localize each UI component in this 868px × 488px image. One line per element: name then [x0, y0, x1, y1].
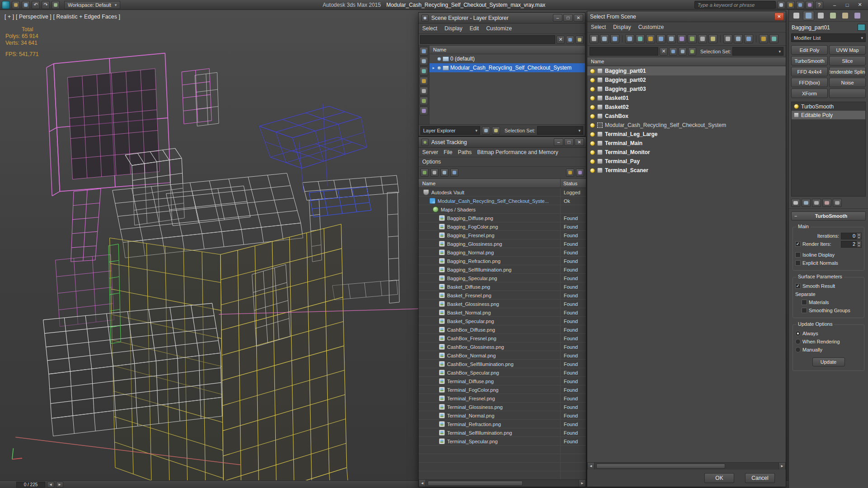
- object-row[interactable]: Bagging_part03: [587, 84, 786, 94]
- menu-item[interactable]: Display: [444, 25, 462, 32]
- filter-helpers-icon[interactable]: [667, 34, 676, 43]
- maximize-button[interactable]: □: [563, 14, 573, 22]
- light-bulb-icon[interactable]: [590, 168, 595, 173]
- asset-row[interactable]: Bagging_SelfIllumination.png Found: [419, 265, 586, 274]
- scroll-left-button[interactable]: ◄: [419, 480, 426, 487]
- always-radio[interactable]: [795, 331, 801, 336]
- turbosmooth-rollout-header[interactable]: − TurboSmooth: [791, 211, 866, 221]
- asset-row[interactable]: Autodesk Vault Logged: [419, 188, 586, 197]
- asset-row[interactable]: Bagging_FogColor.png Found: [419, 222, 586, 231]
- sign-in-icon[interactable]: [787, 1, 795, 9]
- tab-hierarchy-icon[interactable]: [815, 11, 826, 20]
- minimize-button[interactable]: –: [554, 138, 563, 146]
- close-button[interactable]: ✕: [575, 138, 584, 146]
- menu-item[interactable]: Select: [422, 25, 437, 32]
- status-column-header[interactable]: Status: [561, 179, 586, 188]
- asset-thumbnail-view-icon[interactable]: [440, 169, 448, 177]
- find-input[interactable]: [420, 35, 555, 44]
- highlight-layer-icon[interactable]: [492, 127, 500, 135]
- tab-create-icon[interactable]: [791, 11, 802, 20]
- asset-table-view-icon[interactable]: [450, 169, 458, 177]
- light-bulb-icon[interactable]: [590, 78, 595, 83]
- redo-icon[interactable]: ↷: [42, 1, 50, 9]
- open-file-icon[interactable]: [12, 1, 20, 9]
- maximize-button[interactable]: □: [564, 138, 574, 146]
- scroll-right-button[interactable]: ►: [778, 463, 786, 469]
- asset-options-icon[interactable]: [576, 169, 584, 177]
- asset-row[interactable]: CashBox_SelfIllumination.png Found: [419, 360, 586, 368]
- custom-filter-icon[interactable]: [769, 34, 778, 43]
- modifier-set-button[interactable]: [829, 89, 866, 98]
- help-icon[interactable]: ?: [815, 1, 823, 9]
- horizontal-scrollbar[interactable]: ◄ ►: [419, 479, 586, 487]
- modifier-set-button[interactable]: FFD 4x4x4: [791, 67, 828, 76]
- manually-radio[interactable]: [795, 347, 801, 352]
- object-row[interactable]: Modular_Cash_Recycling_Self_Checkout_Sys…: [587, 121, 786, 130]
- horizontal-scrollbar[interactable]: ◄ ►: [587, 462, 786, 469]
- object-row[interactable]: Bagging_part02: [587, 75, 786, 84]
- previous-frame-button[interactable]: ◄: [47, 482, 54, 488]
- modifier-stack-row[interactable]: TurboSmooth: [792, 102, 865, 111]
- tab-utilities-icon[interactable]: [852, 11, 863, 20]
- layer-row[interactable]: 0 (default): [429, 54, 585, 63]
- light-bulb-icon[interactable]: [590, 69, 595, 74]
- display-all-icon[interactable]: [600, 34, 609, 43]
- configure-modifier-sets-icon[interactable]: [833, 199, 842, 207]
- clear-search-button[interactable]: ✕: [660, 47, 668, 56]
- modifier-set-button[interactable]: Slice: [829, 56, 866, 66]
- refresh-bitmaps-icon[interactable]: [566, 169, 574, 177]
- menu-item[interactable]: Edit: [470, 25, 479, 32]
- light-bulb-icon[interactable]: [590, 123, 595, 128]
- viewport-label[interactable]: [ + ] [ Perspective ] [ Realistic + Edge…: [5, 14, 120, 20]
- modifier-set-button[interactable]: UVW Map: [829, 45, 866, 55]
- menu-item[interactable]: Bitmap Performance and Memory: [477, 149, 558, 155]
- asset-row[interactable]: Bagging_Normal.png Found: [419, 248, 586, 257]
- ok-button[interactable]: OK: [704, 473, 734, 483]
- when-rendering-radio[interactable]: [795, 339, 801, 344]
- menu-item[interactable]: Display: [613, 24, 631, 30]
- light-bulb-icon[interactable]: [590, 105, 595, 110]
- filter-lights-icon[interactable]: [646, 34, 655, 43]
- name-column-header[interactable]: Name: [587, 57, 786, 66]
- close-button[interactable]: ✕: [774, 13, 784, 20]
- close-button[interactable]: ✕: [574, 14, 583, 22]
- tab-modify-icon[interactable]: [803, 11, 814, 20]
- filter-groups-icon[interactable]: [688, 34, 697, 43]
- modifier-set-button[interactable]: XForm: [791, 89, 828, 98]
- find-input[interactable]: [590, 47, 658, 56]
- modifier-set-button[interactable]: Renderable Spline: [829, 67, 866, 76]
- pin-stack-icon[interactable]: [791, 199, 800, 207]
- filter-geometry-icon[interactable]: [625, 34, 634, 43]
- favorites-icon[interactable]: [806, 1, 814, 9]
- select-invert-icon[interactable]: [420, 67, 428, 75]
- save-file-icon[interactable]: [22, 1, 30, 9]
- filter-spacewarps-icon[interactable]: [677, 34, 686, 43]
- materials-checkbox[interactable]: ✓: [802, 300, 807, 305]
- smoothing-groups-checkbox[interactable]: ✓: [802, 308, 807, 313]
- object-row[interactable]: CashBox: [587, 112, 786, 121]
- asset-row[interactable]: CashBox_Specular.png Found: [419, 368, 586, 377]
- isoline-display-checkbox[interactable]: ✓: [795, 252, 801, 258]
- filter-shapes-icon[interactable]: [636, 34, 645, 43]
- select-all-icon[interactable]: [420, 47, 428, 56]
- expand-arrow-icon[interactable]: ▸: [431, 66, 436, 70]
- asset-row[interactable]: Bagging_Diffuse.png Found: [419, 214, 586, 222]
- pick-layer-icon[interactable]: [482, 127, 490, 135]
- cancel-button[interactable]: Cancel: [745, 473, 775, 483]
- name-column-header[interactable]: Name: [429, 46, 585, 54]
- project-folder-icon[interactable]: [52, 1, 60, 9]
- maximize-button[interactable]: □: [841, 0, 854, 9]
- selection-set-selector[interactable]: ▾: [537, 126, 583, 135]
- modifier-list-dropdown[interactable]: Modifier List ▾: [791, 33, 866, 42]
- light-bulb-icon[interactable]: [590, 114, 595, 119]
- undo-icon[interactable]: ↶: [32, 1, 40, 9]
- sort-icon[interactable]: [744, 34, 753, 43]
- view-list-icon[interactable]: [723, 34, 732, 43]
- light-bulb-icon[interactable]: [590, 159, 595, 164]
- sync-selection-icon[interactable]: [420, 97, 428, 105]
- modifier-stack-row[interactable]: Editable Poly: [792, 111, 865, 119]
- render-iters-spinner[interactable]: 2 ▴▾: [841, 241, 862, 248]
- object-row[interactable]: Terminal_Pay: [587, 157, 786, 166]
- column-chooser-icon[interactable]: [688, 47, 696, 56]
- search-icon[interactable]: [777, 1, 785, 9]
